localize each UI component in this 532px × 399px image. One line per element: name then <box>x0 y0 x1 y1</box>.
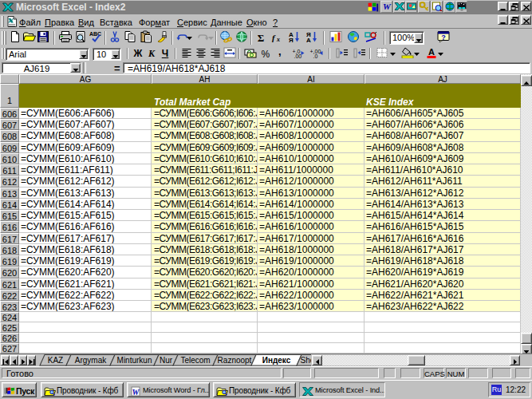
svg-text:W: W <box>132 387 140 396</box>
svg-text:Индекс: Индекс <box>262 356 291 365</box>
svg-text:Я: Я <box>289 37 294 42</box>
svg-text:Nur: Nur <box>160 356 173 365</box>
svg-text:A: A <box>428 47 435 57</box>
svg-text:Minturkun: Minturkun <box>117 356 152 365</box>
svg-text:Σ: Σ <box>258 32 265 42</box>
svg-text:А: А <box>306 37 311 42</box>
svg-text:KAZ: KAZ <box>48 356 63 365</box>
svg-text:f: f <box>272 32 276 41</box>
svg-text:Raznoopt: Raznoopt <box>218 356 252 365</box>
svg-text:,0: ,0 <box>313 53 318 58</box>
svg-text:%: % <box>261 49 270 58</box>
svg-text:W: W <box>383 2 392 11</box>
svg-text:Telecom: Telecom <box>180 356 210 365</box>
svg-text:x: x <box>276 36 280 42</box>
svg-text:?: ? <box>441 33 446 41</box>
svg-text:She: She <box>301 356 311 365</box>
svg-text:,00: ,00 <box>294 53 302 58</box>
svg-text:,: , <box>278 49 282 57</box>
svg-text:Argymak: Argymak <box>75 356 107 365</box>
